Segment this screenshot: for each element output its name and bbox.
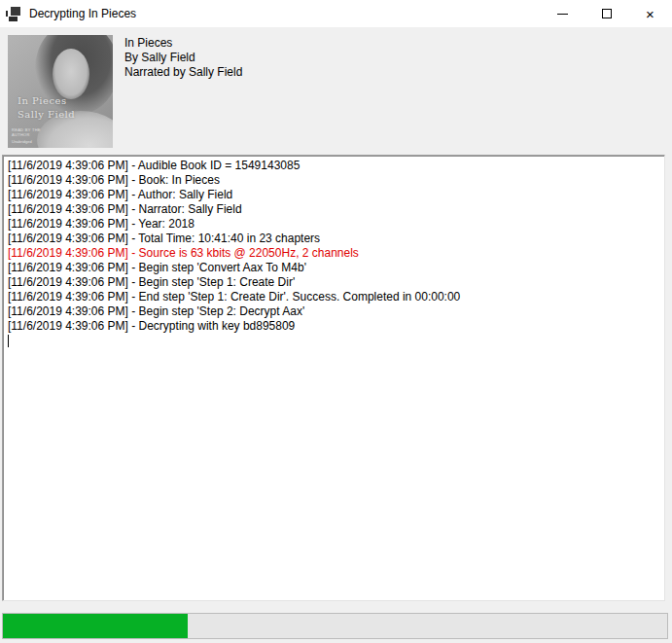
book-narrator: Narrated by Sally Field — [124, 65, 242, 80]
book-title: In Pieces — [124, 36, 242, 51]
title-bar[interactable]: Decrypting In Pieces × — [0, 0, 672, 27]
caret-line — [8, 334, 660, 348]
minimize-button[interactable] — [541, 0, 584, 27]
book-cover-image: In Pieces Sally Field READ BY THE AUTHOR… — [8, 35, 113, 148]
book-info: In Pieces By Sally Field Narrated by Sal… — [124, 36, 242, 80]
cover-author-text: Sally Field — [18, 109, 75, 120]
log-line: [11/6/2019 4:39:06 PM] - Year: 2018 — [8, 217, 660, 232]
log-line: [11/6/2019 4:39:06 PM] - Audible Book ID… — [8, 159, 660, 173]
log-output-textbox[interactable]: [11/6/2019 4:39:06 PM] - Audible Book ID… — [2, 155, 665, 601]
app-window: { "window": { "title": "Decrypting In Pi… — [0, 0, 672, 643]
app-icon-tile-big — [11, 7, 20, 16]
maximize-icon — [602, 9, 612, 18]
cover-readby-text: READ BY THE AUTHOR — [12, 127, 41, 137]
close-button[interactable]: × — [628, 0, 672, 27]
window-title: Decrypting In Pieces — [29, 7, 136, 20]
close-icon: × — [646, 7, 654, 21]
app-icon-tile-small — [9, 17, 18, 21]
log-line: [11/6/2019 4:39:06 PM] - Book: In Pieces — [8, 173, 660, 188]
log-lines: [11/6/2019 4:39:06 PM] - Audible Book ID… — [8, 159, 660, 334]
log-line: [11/6/2019 4:39:06 PM] - Total Time: 10:… — [8, 232, 660, 246]
maximize-button[interactable] — [584, 0, 628, 27]
progress-bar-fill — [3, 614, 188, 638]
book-author: By Sally Field — [124, 51, 242, 65]
app-icon-tile-bar — [6, 11, 8, 17]
text-cursor — [8, 335, 9, 347]
app-icon[interactable] — [6, 6, 21, 21]
log-line: [11/6/2019 4:39:06 PM] - Author: Sally F… — [8, 188, 660, 202]
log-line: [11/6/2019 4:39:06 PM] - End step 'Step … — [8, 290, 660, 304]
cover-title-text: In Pieces — [18, 95, 67, 106]
window-controls: × — [541, 0, 672, 27]
log-line: [11/6/2019 4:39:06 PM] - Source is 63 kb… — [8, 246, 660, 261]
cover-art-face — [53, 49, 89, 99]
log-line: [11/6/2019 4:39:06 PM] - Begin step 'Ste… — [8, 304, 660, 319]
log-line: [11/6/2019 4:39:06 PM] - Decrypting with… — [8, 319, 660, 334]
log-line: [11/6/2019 4:39:06 PM] - Narrator: Sally… — [8, 202, 660, 217]
progress-bar — [2, 613, 668, 639]
cover-edition-text: Unabridged — [12, 139, 32, 144]
log-line: [11/6/2019 4:39:06 PM] - Begin step 'Ste… — [8, 275, 660, 290]
minimize-icon — [557, 14, 568, 15]
log-line: [11/6/2019 4:39:06 PM] - Begin step 'Con… — [8, 261, 660, 275]
